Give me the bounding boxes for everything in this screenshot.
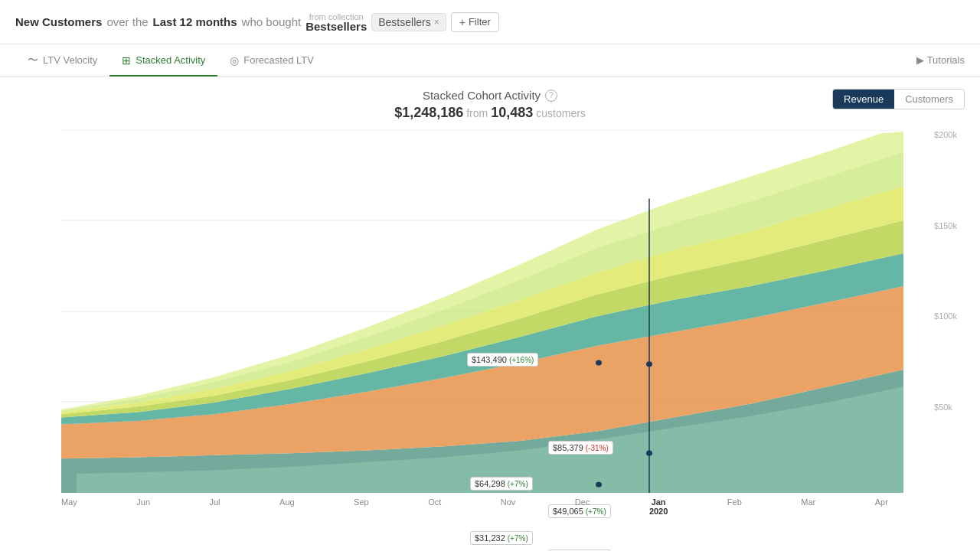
- revenue-total: $1,248,186: [394, 105, 463, 121]
- toggle-customers-button[interactable]: Customers: [894, 90, 964, 109]
- who-bought-label: who bought: [242, 15, 302, 28]
- x-label-nov: Nov: [501, 497, 516, 516]
- over-the-label: over the: [106, 15, 148, 28]
- toggle-group: Revenue Customers: [832, 89, 965, 109]
- tab-stacked-activity[interactable]: ⊞ Stacked Activity: [109, 46, 217, 77]
- forecasted-ltv-icon: ◎: [230, 54, 239, 67]
- chart-area: Revenue Customers Stacked Cohort Activit…: [0, 77, 980, 551]
- top-bar: New Customers over the Last 12 months wh…: [0, 0, 980, 44]
- tab-ltv-velocity[interactable]: 〜 LTV Velocity: [15, 46, 109, 77]
- svg-point-15: [646, 451, 652, 456]
- chip-remove-icon[interactable]: ×: [434, 17, 439, 28]
- tab-stacked-activity-label: Stacked Activity: [136, 54, 205, 66]
- from-label: from: [466, 107, 488, 119]
- x-label-aug: Aug: [279, 497, 295, 516]
- chart-container: $200k $150k $100k $50k: [15, 130, 965, 516]
- x-label-dec: Dec: [575, 497, 590, 516]
- tabs-left: 〜 LTV Velocity ⊞ Stacked Activity ◎ Fore…: [15, 45, 916, 76]
- collection-wrap: from collection Bestsellers: [305, 11, 367, 33]
- tutorials-icon: ▶: [916, 54, 924, 66]
- svg-point-21: [596, 360, 602, 365]
- y-label-150k: $150k: [934, 221, 957, 230]
- info-icon[interactable]: ?: [545, 90, 557, 102]
- tooltip-pct: (+7%): [508, 534, 528, 543]
- filter-button[interactable]: + Filter: [451, 12, 499, 32]
- filter-plus-icon: +: [459, 16, 466, 28]
- customer-count: 10,483: [491, 105, 533, 121]
- x-label-jul: Jul: [210, 497, 220, 516]
- tab-forecasted-ltv[interactable]: ◎ Forecasted LTV: [217, 46, 326, 77]
- customers-label: customers: [536, 107, 586, 119]
- y-axis: $200k $150k $100k $50k: [934, 130, 957, 493]
- toggle-revenue-button[interactable]: Revenue: [833, 90, 894, 109]
- y-label-200k: $200k: [934, 130, 957, 139]
- filter-label: Filter: [469, 16, 491, 28]
- tooltip-value: $31,232: [475, 533, 505, 543]
- x-axis: May Jun Jul Aug Sep Oct Nov Dec Jan2020 …: [15, 497, 934, 516]
- tooltip-box: $31,232 (+7%): [470, 531, 533, 545]
- tabs-bar: 〜 LTV Velocity ⊞ Stacked Activity ◎ Fore…: [0, 44, 980, 77]
- tutorials-button[interactable]: ▶ Tutorials: [916, 54, 965, 66]
- chart-title-row: Stacked Cohort Activity ?: [15, 89, 965, 102]
- from-collection-label: from collection: [305, 12, 367, 21]
- x-label-mar: Mar: [801, 497, 815, 516]
- ltv-velocity-icon: 〜: [28, 54, 38, 67]
- tooltip-31232: $31,232 (+7%): [470, 530, 533, 545]
- x-label-jan: Jan2020: [649, 497, 668, 516]
- chart-subtitle: $1,248,186 from 10,483 customers: [15, 105, 965, 121]
- period-label: Last 12 months: [153, 15, 237, 28]
- x-label-apr: Apr: [875, 497, 888, 516]
- y-label-50k: $50k: [934, 403, 957, 412]
- x-label-may: May: [61, 497, 77, 516]
- tutorials-label: Tutorials: [927, 54, 965, 66]
- chart-svg: [15, 130, 934, 493]
- collection-name: Bestsellers: [305, 20, 367, 33]
- chart-title: Stacked Cohort Activity: [423, 89, 541, 102]
- svg-point-14: [646, 361, 652, 367]
- y-label-100k: $100k: [934, 311, 957, 321]
- collection-tag-chip: Bestsellers ×: [371, 13, 446, 31]
- new-customers-label: New Customers: [15, 15, 102, 28]
- svg-point-22: [596, 482, 602, 487]
- x-label-feb: Feb: [727, 497, 742, 516]
- tab-forecasted-ltv-label: Forecasted LTV: [243, 54, 314, 66]
- stacked-activity-icon: ⊞: [122, 54, 131, 67]
- tab-ltv-velocity-label: LTV Velocity: [43, 54, 97, 66]
- x-label-jun: Jun: [136, 497, 150, 516]
- chip-label: Bestsellers: [378, 16, 430, 28]
- x-label-oct: Oct: [428, 497, 441, 516]
- x-label-sep: Sep: [354, 497, 369, 516]
